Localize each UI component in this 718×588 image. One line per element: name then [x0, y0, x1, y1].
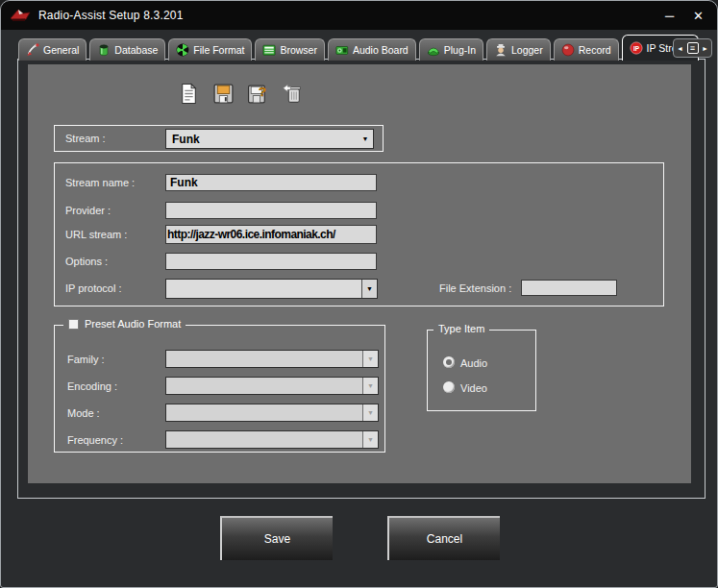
new-document-icon[interactable]	[178, 83, 200, 105]
browser-icon	[262, 43, 276, 57]
scroll-right-icon[interactable]: ►	[702, 45, 708, 52]
audio-radio-label: Audio	[460, 357, 487, 369]
chevron-down-icon: ▼	[361, 280, 377, 298]
logger-icon	[494, 43, 508, 57]
preset-audio-format-group: Preset Audio Format Family : ▼ Encoding …	[54, 325, 385, 453]
tab-bar: General Database File Format	[18, 35, 699, 61]
tab-label: Plug-In	[444, 44, 476, 56]
record-icon	[561, 43, 575, 57]
minimize-button[interactable]: ─	[665, 10, 674, 22]
stream-name-input[interactable]	[165, 174, 377, 191]
tab-scroller: ◄ ≡ ►	[673, 38, 712, 58]
tab-label: Browser	[280, 44, 317, 56]
preset-audio-format-legend: Preset Audio Format	[63, 318, 186, 330]
svg-text:?: ?	[259, 85, 266, 99]
mode-combobox[interactable]: ▼	[165, 404, 379, 422]
stream-fields-box: Stream name : Provider : URL stream : Op…	[54, 162, 664, 306]
tab-label: File Format	[193, 44, 244, 56]
chevron-down-icon: ▼	[358, 130, 373, 148]
chevron-down-icon: ▼	[362, 404, 378, 421]
tab-label: Record	[579, 44, 611, 56]
tab-menu-icon[interactable]: ≡	[687, 42, 699, 54]
tab-database[interactable]: Database	[89, 38, 165, 61]
floppy-icon[interactable]	[212, 83, 235, 105]
mode-value	[166, 404, 362, 421]
url-stream-input[interactable]	[165, 225, 377, 244]
close-button[interactable]: ✕	[693, 10, 704, 22]
chevron-down-icon: ▼	[362, 378, 378, 394]
tab-browser[interactable]: Browser	[255, 38, 325, 61]
ip-protocol-value	[166, 280, 361, 298]
content-panel: ? Stream : Funk ▼ Stream name : Provider…	[28, 64, 691, 483]
ip-stream-icon: IP	[630, 41, 643, 55]
stream-combobox-value: Funk	[166, 130, 358, 148]
url-stream-label: URL stream :	[65, 229, 127, 240]
tab-plug-in[interactable]: Plug-In	[419, 38, 483, 61]
family-combobox[interactable]: ▼	[165, 350, 379, 368]
chevron-down-icon: ▼	[362, 351, 378, 367]
tab-label: General	[43, 44, 79, 56]
type-item-legend: Type Item	[433, 323, 489, 334]
audio-radio[interactable]	[443, 356, 455, 368]
database-icon	[97, 43, 111, 57]
frequency-value	[166, 431, 362, 448]
tab-logger[interactable]: Logger	[486, 38, 551, 61]
family-label: Family :	[67, 354, 105, 365]
tab-record[interactable]: Record	[554, 38, 619, 61]
tab-general[interactable]: General	[18, 38, 87, 61]
encoding-value	[166, 378, 362, 394]
provider-input[interactable]	[165, 202, 377, 219]
scroll-left-icon[interactable]: ◄	[677, 45, 683, 52]
stream-label: Stream :	[65, 133, 106, 144]
cancel-button[interactable]: Cancel	[387, 516, 500, 560]
preset-audio-format-checkbox[interactable]	[68, 319, 79, 330]
provider-label: Provider :	[65, 205, 111, 216]
tab-file-format[interactable]: File Format	[168, 38, 252, 61]
stream-combobox[interactable]: Funk ▼	[165, 129, 374, 149]
stream-name-label: Stream name :	[65, 177, 135, 188]
radio-assist-setup-window: Radio-Assist Setup 8.3.201 ─ ✕ General D…	[0, 0, 718, 588]
encoding-label: Encoding :	[67, 380, 117, 392]
stream-selector-box: Stream : Funk ▼	[54, 125, 384, 152]
general-icon	[26, 43, 39, 57]
save-button[interactable]: Save	[220, 516, 333, 560]
chevron-down-icon: ▼	[362, 431, 378, 448]
ip-protocol-combobox[interactable]: ▼	[165, 279, 378, 299]
frequency-combobox[interactable]: ▼	[165, 430, 379, 449]
options-input[interactable]	[165, 253, 377, 270]
family-value	[166, 351, 362, 367]
svg-text:IP: IP	[632, 45, 639, 52]
video-radio[interactable]	[443, 381, 455, 393]
tab-label: Logger	[511, 44, 543, 56]
type-item-title: Type Item	[438, 323, 484, 334]
frequency-label: Frequency :	[67, 434, 123, 446]
floppy-question-icon[interactable]: ?	[247, 83, 269, 105]
window-title: Radio-Assist Setup 8.3.201	[38, 9, 184, 22]
tab-label: Database	[114, 44, 158, 56]
mode-label: Mode :	[67, 407, 100, 419]
options-label: Options :	[65, 256, 108, 267]
tab-label: Audio Board	[353, 44, 409, 56]
preset-audio-format-title: Preset Audio Format	[85, 318, 181, 330]
stream-toolbar: ?	[178, 83, 304, 105]
audio-board-icon	[335, 43, 349, 57]
app-icon	[9, 7, 32, 24]
type-item-group: Type Item Audio Video	[427, 330, 536, 411]
encoding-combobox[interactable]: ▼	[165, 377, 379, 395]
window-controls: ─ ✕	[665, 10, 704, 22]
file-extension-label: File Extension :	[439, 282, 511, 294]
plug-in-icon	[427, 43, 440, 57]
file-extension-input[interactable]	[521, 280, 617, 296]
trash-icon[interactable]	[282, 83, 304, 105]
ip-protocol-label: IP protocol :	[65, 282, 122, 294]
file-format-icon	[176, 43, 189, 57]
video-radio-label: Video	[460, 382, 487, 394]
tab-audio-board[interactable]: Audio Board	[328, 38, 416, 61]
title-bar: Radio-Assist Setup 8.3.201 ─ ✕	[1, 1, 717, 30]
